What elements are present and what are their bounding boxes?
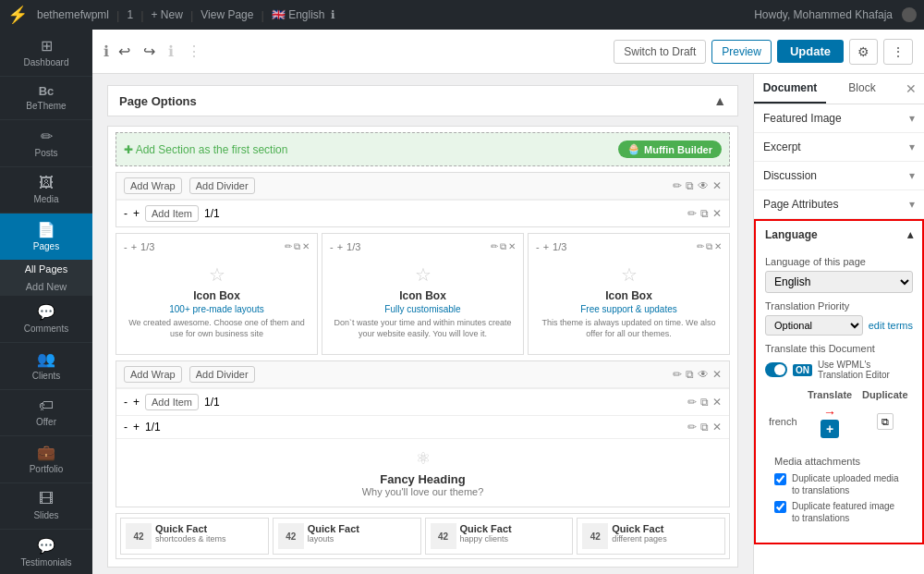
item2b-delete-icon[interactable]: ✕ [712, 421, 722, 434]
duplicate-cell: ⧉ [857, 402, 913, 441]
undo-button[interactable]: ↩ [115, 39, 134, 64]
edit-terms-link[interactable]: edit terms [869, 320, 913, 331]
discussion-header[interactable]: Discussion ▾ [754, 162, 924, 189]
item2b-edit-icon[interactable]: ✏ [687, 421, 697, 434]
switch-to-draft-button[interactable]: Switch to Draft [614, 40, 706, 64]
wrap1-delete-icon[interactable]: ✕ [712, 179, 722, 192]
sidebar-item-testimonials[interactable]: 💬Testimonials [0, 530, 92, 574]
icon-box-1: ☆ Icon Box 100+ pre-made layouts We crea… [124, 256, 310, 347]
col3-copy[interactable]: ⧉ [706, 241, 712, 252]
posts-icon: ✏ [41, 128, 53, 145]
wrap2-visibility-icon[interactable]: 👁 [698, 368, 709, 381]
col3-edit[interactable]: ✏ [697, 241, 704, 252]
col2-copy[interactable]: ⧉ [500, 241, 506, 252]
item2b-copy-icon[interactable]: ⧉ [700, 421, 709, 434]
add-divider-btn-2[interactable]: Add Divider [189, 366, 255, 383]
item1-edit-icon[interactable]: ✏ [687, 207, 697, 220]
wrap2-delete-icon[interactable]: ✕ [712, 368, 722, 381]
page-attributes-header[interactable]: Page Attributes ▾ [754, 190, 924, 218]
wrap2-copy-icon[interactable]: ⧉ [686, 368, 694, 381]
toolbar-left: ℹ ↩ ↪ ℹ ⋮ [103, 39, 205, 64]
sidebar-item-pages[interactable]: 📄Pages [0, 214, 92, 261]
sidebar-item-clients[interactable]: 👥Clients [0, 343, 92, 390]
bar-item-new[interactable]: + New [152, 8, 183, 21]
excerpt-header[interactable]: Excerpt ▾ [754, 133, 924, 161]
col1-edit[interactable]: ✏ [285, 241, 292, 252]
sidebar-item-add-new[interactable]: Add New [0, 278, 92, 296]
item2-delete-icon[interactable]: ✕ [712, 396, 722, 409]
sidebar-item-slides[interactable]: 🎞Slides [0, 483, 92, 530]
tab-block[interactable]: Block [826, 74, 898, 104]
featured-image-chevron: ▾ [909, 112, 915, 125]
site-name[interactable]: bethemefwpml [37, 8, 109, 21]
language-label: Language [765, 228, 818, 241]
tab-document[interactable]: Document [754, 74, 826, 104]
sidebar-item-posts[interactable]: ✏Posts [0, 120, 92, 167]
checkbox-featured-image[interactable] [774, 501, 786, 513]
redo-button[interactable]: ↪ [140, 39, 159, 64]
col3-delete[interactable]: ✕ [714, 241, 722, 252]
item-row-2b: - + 1/1 ✏ ⧉ ✕ [116, 415, 729, 438]
language-panel-header: Language ▴ [756, 221, 922, 249]
sidebar-item-betheme[interactable]: BcBeTheme [0, 77, 92, 120]
translate-add-button[interactable]: + [821, 420, 839, 438]
preview-button[interactable]: Preview [711, 40, 772, 64]
checkbox-row-2: Duplicate featured image to translations [774, 500, 904, 524]
sidebar-item-dashboard[interactable]: ⊞Dashboard [0, 30, 92, 77]
more-button[interactable]: ⋮ [883, 39, 913, 65]
clients-icon: 👥 [37, 350, 55, 368]
col2-edit[interactable]: ✏ [491, 241, 498, 252]
qf-title-4: Quick Fact [612, 523, 666, 534]
col1-copy[interactable]: ⧉ [294, 241, 300, 252]
sidebar-item-portfolio[interactable]: 💼Portfolio [0, 436, 92, 483]
sidebar-item-offer[interactable]: 🏷Offer [0, 390, 92, 436]
icon-box-3: ☆ Icon Box Free support & updates This t… [536, 256, 722, 347]
duplicate-button[interactable]: ⧉ [877, 413, 894, 430]
add-item-btn-1[interactable]: Add Item [145, 205, 199, 222]
item2-copy-icon[interactable]: ⧉ [700, 396, 709, 409]
wpml-toggle[interactable] [765, 362, 787, 377]
wrap1-edit-icon[interactable]: ✏ [673, 179, 682, 192]
bar-item-view-page[interactable]: View Page [201, 8, 253, 21]
add-item-btn-2[interactable]: Add Item [145, 394, 199, 410]
add-divider-btn-1[interactable]: Add Divider [189, 177, 255, 194]
settings-button[interactable]: ⚙ [849, 39, 878, 65]
checkbox-upload-media[interactable] [774, 473, 786, 485]
trans-priority-select[interactable]: Optional High Low [765, 315, 863, 336]
add-section-button[interactable]: ✚ Add Section as the first section [124, 143, 287, 156]
page-options-collapse[interactable]: ▲ [713, 93, 726, 108]
item1-delete-icon[interactable]: ✕ [712, 207, 722, 220]
col2-header: - + 1/3 ✏ ⧉ ✕ [330, 241, 516, 252]
featured-image-header[interactable]: Featured Image ▾ [754, 104, 924, 132]
language-chevron[interactable]: ▴ [907, 228, 913, 241]
wrap2-edit-icon[interactable]: ✏ [673, 368, 682, 381]
info2-button[interactable]: ℹ [164, 39, 177, 64]
featured-image-section: Featured Image ▾ [754, 104, 924, 133]
col1-delete[interactable]: ✕ [302, 241, 310, 252]
col2-delete[interactable]: ✕ [508, 241, 516, 252]
info-icon[interactable]: ℹ [103, 43, 109, 60]
update-button[interactable]: Update [777, 40, 844, 63]
add-wrap-btn-2[interactable]: Add Wrap [124, 366, 182, 383]
sidebar-item-media[interactable]: 🖼Media [0, 167, 92, 214]
media-icon: 🖼 [39, 175, 54, 191]
column-2: - + 1/3 ✏ ⧉ ✕ ☆ Ic [322, 233, 524, 355]
item2-edit-icon[interactable]: ✏ [687, 396, 697, 409]
add-wrap-btn-1[interactable]: Add Wrap [124, 177, 182, 194]
sidebar-item-all-pages[interactable]: All Pages [0, 261, 92, 278]
dashboard-icon: ⊞ [41, 37, 53, 55]
ib-desc-2: Don`t waste your time and within minutes… [334, 318, 512, 339]
fancy-heading-title: Fancy Heading [126, 472, 720, 486]
wrap1-visibility-icon[interactable]: 👁 [698, 179, 709, 192]
star-icon-1: ☆ [128, 263, 306, 286]
quick-fact-row: 42 Quick Fact shortcodes & items 42 [116, 513, 730, 559]
sidebar-item-comments[interactable]: 💬Comments [0, 296, 92, 343]
lang-of-page-select[interactable]: English French [765, 271, 913, 293]
panel-close-button[interactable]: ✕ [898, 74, 924, 104]
item1-copy-icon[interactable]: ⧉ [700, 207, 709, 220]
bar-item-num[interactable]: 1 [127, 8, 133, 21]
bar-item-info[interactable]: ℹ [331, 8, 335, 21]
bar-item-lang[interactable]: 🇬🇧 English [272, 8, 325, 21]
wrap1-copy-icon[interactable]: ⧉ [686, 179, 694, 192]
more-options-button[interactable]: ⋮ [183, 39, 205, 64]
